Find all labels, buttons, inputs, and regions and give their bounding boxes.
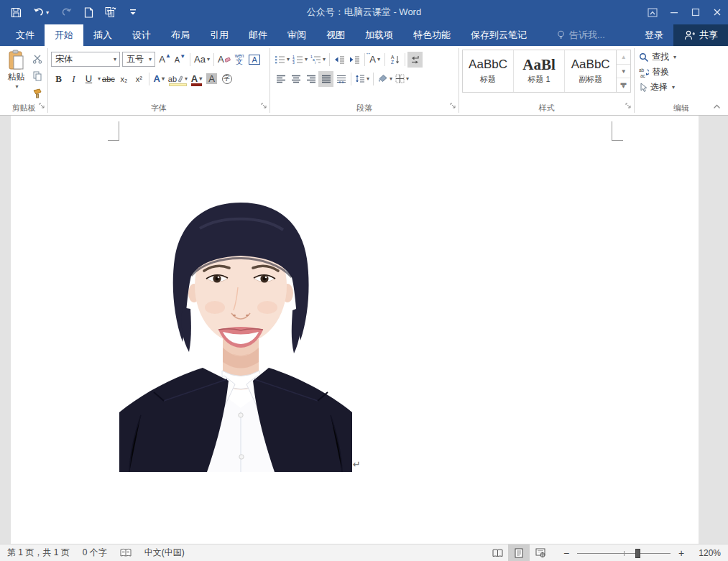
tab-save-to-cloud-notes[interactable]: 保存到云笔记 bbox=[461, 24, 537, 46]
shrink-font-button[interactable]: A▼ bbox=[172, 52, 188, 68]
document-refresh-icon[interactable] bbox=[102, 4, 119, 21]
paragraph-dialog-launcher-icon[interactable] bbox=[450, 99, 456, 112]
sign-in-button[interactable]: 登录 bbox=[635, 24, 673, 46]
close-icon[interactable] bbox=[706, 0, 728, 24]
font-name-dropdown-icon[interactable]: ▾ bbox=[111, 56, 119, 62]
tab-insert[interactable]: 插入 bbox=[83, 24, 122, 46]
read-mode-icon[interactable] bbox=[487, 544, 508, 561]
align-center-button[interactable] bbox=[288, 71, 303, 87]
share-button[interactable]: 共享 bbox=[673, 24, 728, 46]
justify-button[interactable] bbox=[318, 71, 333, 87]
save-icon[interactable] bbox=[7, 4, 24, 21]
styles-dialog-launcher-icon[interactable] bbox=[625, 99, 632, 112]
character-shading-button[interactable]: A bbox=[204, 71, 219, 87]
tab-mailings[interactable]: 邮件 bbox=[239, 24, 277, 46]
distribute-button[interactable] bbox=[333, 71, 349, 87]
undo-button[interactable]: ▾ bbox=[29, 4, 52, 21]
highlight-pen-icon bbox=[177, 75, 183, 83]
line-spacing-button[interactable]: ▾ bbox=[354, 71, 371, 87]
bullets-button[interactable]: ▾ bbox=[273, 52, 291, 68]
style-title[interactable]: AaBbC 标题 bbox=[463, 50, 514, 92]
text-effects-button[interactable]: A▾ bbox=[152, 71, 167, 87]
underline-button[interactable]: U bbox=[81, 71, 96, 87]
web-layout-icon[interactable] bbox=[530, 544, 551, 561]
asian-layout-button[interactable]: ↔A▾ bbox=[367, 52, 382, 68]
zoom-slider[interactable] bbox=[577, 548, 671, 558]
clipboard-dialog-launcher-icon[interactable] bbox=[39, 99, 45, 112]
change-case-button[interactable]: Aa▾ bbox=[193, 52, 211, 68]
find-button[interactable]: 查找▾ bbox=[637, 50, 725, 65]
tab-home[interactable]: 开始 bbox=[45, 24, 83, 46]
collapse-ribbon-icon[interactable] bbox=[713, 99, 721, 112]
styles-scroll-up-icon[interactable]: ▲ bbox=[617, 50, 630, 65]
cut-icon[interactable] bbox=[29, 51, 45, 67]
redo-icon-disabled bbox=[57, 4, 75, 21]
proofing-status-icon[interactable] bbox=[120, 548, 132, 557]
multilevel-list-button[interactable]: 1ai▾ bbox=[309, 52, 327, 68]
zoom-in-button[interactable]: + bbox=[676, 547, 686, 559]
font-dialog-launcher-icon[interactable] bbox=[261, 99, 267, 112]
tab-view[interactable]: 视图 bbox=[316, 24, 355, 46]
style-heading1[interactable]: AaBl 标题 1 bbox=[514, 50, 565, 92]
tab-layout[interactable]: 布局 bbox=[161, 24, 200, 46]
portrait-photo[interactable] bbox=[119, 200, 352, 472]
zoom-level[interactable]: 120% bbox=[692, 548, 721, 558]
style-subtitle[interactable]: AaBbC 副标题 bbox=[565, 50, 616, 92]
clear-formatting-button[interactable]: A bbox=[216, 52, 232, 68]
maximize-icon[interactable] bbox=[685, 0, 706, 24]
language-indicator[interactable]: 中文(中国) bbox=[144, 547, 185, 559]
decrease-indent-button[interactable] bbox=[332, 52, 347, 68]
copy-icon[interactable] bbox=[29, 68, 45, 84]
word-count[interactable]: 0 个字 bbox=[83, 547, 107, 559]
styles-scroll-down-icon[interactable]: ▼ bbox=[617, 65, 630, 79]
highlight-color-button[interactable]: ab▾ bbox=[167, 71, 189, 87]
subscript-button[interactable]: x₂ bbox=[116, 71, 132, 87]
styles-more-icon[interactable]: ▬▼ bbox=[617, 78, 630, 92]
tab-file[interactable]: 文件 bbox=[6, 24, 45, 46]
document-page[interactable]: ↵ bbox=[11, 116, 699, 544]
bold-button[interactable]: B bbox=[51, 71, 66, 87]
grow-font-button[interactable]: A▲ bbox=[157, 52, 172, 68]
paste-dropdown-icon[interactable]: ▾ bbox=[15, 83, 18, 90]
minimize-icon[interactable] bbox=[663, 0, 685, 24]
superscript-button[interactable]: x² bbox=[132, 71, 147, 87]
borders-button[interactable]: ▾ bbox=[394, 71, 410, 87]
align-left-button[interactable] bbox=[273, 71, 288, 87]
enclose-characters-button[interactable]: 字 bbox=[219, 71, 234, 87]
strikethrough-button[interactable]: abc bbox=[101, 71, 116, 87]
undo-dropdown-icon[interactable]: ▾ bbox=[46, 9, 49, 16]
tab-special-features[interactable]: 特色功能 bbox=[403, 24, 461, 46]
align-right-button[interactable] bbox=[303, 71, 318, 87]
new-document-icon[interactable] bbox=[80, 4, 97, 21]
font-name-combobox[interactable]: 宋体 ▾ bbox=[51, 52, 120, 67]
font-color-button[interactable]: A▾ bbox=[189, 71, 204, 87]
phonetic-guide-button[interactable]: wén文 bbox=[232, 52, 247, 68]
print-layout-icon[interactable] bbox=[508, 544, 530, 561]
zoom-slider-thumb[interactable] bbox=[635, 549, 640, 558]
tab-design[interactable]: 设计 bbox=[122, 24, 161, 46]
document-area[interactable]: ↵ bbox=[0, 116, 728, 544]
increase-indent-button[interactable] bbox=[347, 52, 362, 68]
font-size-dropdown-icon[interactable]: ▾ bbox=[146, 56, 155, 62]
shading-button[interactable]: ▾ bbox=[376, 71, 394, 87]
customize-qat-icon[interactable] bbox=[124, 4, 142, 21]
tab-addins[interactable]: 加载项 bbox=[355, 24, 403, 46]
sort-button[interactable]: AZ bbox=[387, 52, 402, 68]
select-button[interactable]: 选择▾ bbox=[637, 80, 725, 95]
font-size-combobox[interactable]: 五号 ▾ bbox=[122, 52, 155, 67]
replace-button[interactable]: abac 替换 bbox=[637, 65, 725, 80]
tell-me-box[interactable]: 告诉我... bbox=[548, 24, 614, 46]
zoom-out-button[interactable]: − bbox=[561, 547, 571, 559]
ribbon-display-options-icon[interactable] bbox=[642, 0, 663, 24]
paragraph-group-label: 段落 bbox=[270, 103, 459, 113]
tab-review[interactable]: 审阅 bbox=[277, 24, 316, 46]
show-hide-marks-button[interactable] bbox=[407, 52, 423, 68]
paste-button[interactable]: 粘贴 ▾ bbox=[3, 50, 29, 102]
numbering-button[interactable]: 123▾ bbox=[291, 52, 309, 68]
title-bar: ▾ 公众号：电脑云课堂 - Word bbox=[0, 0, 728, 24]
italic-button[interactable]: I bbox=[66, 71, 81, 87]
tab-references[interactable]: 引用 bbox=[200, 24, 239, 46]
character-border-button[interactable]: A bbox=[247, 52, 262, 68]
font-name-value: 宋体 bbox=[55, 53, 73, 65]
page-indicator[interactable]: 第 1 页，共 1 页 bbox=[7, 547, 70, 559]
